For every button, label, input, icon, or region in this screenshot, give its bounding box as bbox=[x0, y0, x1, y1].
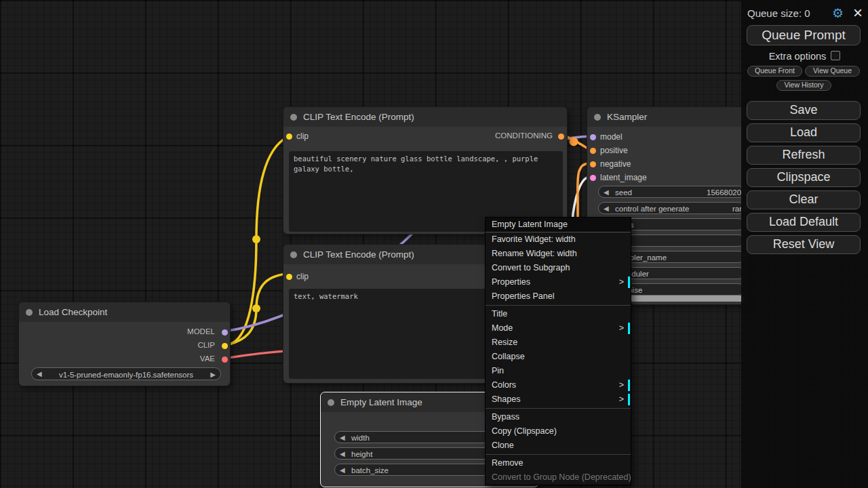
menu-separator bbox=[486, 454, 631, 455]
output-slot-conditioning[interactable] bbox=[558, 134, 564, 140]
decrement-icon[interactable]: ◀ bbox=[604, 204, 609, 214]
widget-label: batch_size bbox=[351, 466, 389, 476]
input-label-clip: clip bbox=[296, 131, 309, 141]
decrement-icon[interactable]: ◀ bbox=[340, 466, 345, 475]
combo-next-icon[interactable]: ▶ bbox=[210, 370, 216, 380]
menu-item-shapes[interactable]: Shapes > bbox=[486, 392, 631, 407]
seed-widget[interactable]: ◀ seed 1566802087 bbox=[598, 186, 745, 198]
queue-size-label: Queue size: 0 bbox=[747, 7, 810, 19]
queue-prompt-button[interactable]: Queue Prompt bbox=[747, 25, 861, 45]
output-slot-model[interactable] bbox=[222, 329, 228, 336]
node-title: KSampler bbox=[607, 112, 647, 122]
context-menu-title: Empty Latent Image bbox=[486, 218, 631, 232]
clipspace-button[interactable]: Clipspace bbox=[747, 168, 861, 187]
decrement-icon[interactable]: ◀ bbox=[604, 188, 609, 197]
menu-item-properties[interactable]: Properties > bbox=[486, 275, 631, 289]
menu-item-convert-to-subgraph[interactable]: Convert to Subgraph bbox=[486, 261, 631, 275]
close-icon[interactable]: × bbox=[853, 3, 863, 22]
extra-options-label: Extra options bbox=[769, 51, 827, 62]
submenu-arrow-icon: > bbox=[619, 321, 624, 336]
widget-label: seed bbox=[615, 188, 632, 198]
input-slot-positive[interactable] bbox=[590, 148, 596, 154]
menu-item-colors[interactable]: Colors > bbox=[486, 378, 631, 392]
input-label-negative: negative bbox=[600, 159, 631, 169]
output-label-vae: VAE bbox=[200, 354, 215, 363]
menu-item-title[interactable]: Title bbox=[486, 307, 631, 321]
collapse-dot-icon[interactable] bbox=[290, 114, 297, 121]
menu-item-resize[interactable]: Resize bbox=[486, 336, 631, 350]
widget-label: control after generate bbox=[615, 204, 689, 214]
input-slot-clip[interactable] bbox=[286, 134, 292, 140]
menu-item-collapse[interactable]: Collapse bbox=[486, 350, 631, 364]
save-button[interactable]: Save bbox=[747, 101, 861, 120]
ckpt-name-combo[interactable]: ◀ v1-5-pruned-emaonly-fp16.safetensors ▶ bbox=[31, 367, 221, 380]
input-slot-latent-image[interactable] bbox=[590, 175, 596, 181]
menu-item-rename-widget[interactable]: Rename Widget: width bbox=[486, 247, 631, 261]
node-header[interactable]: Load Checkpoint bbox=[19, 302, 230, 322]
submenu-arrow-icon: > bbox=[619, 275, 624, 289]
view-queue-button[interactable]: View Queue bbox=[805, 66, 860, 77]
view-history-button[interactable]: View History bbox=[776, 80, 831, 91]
input-label-model: model bbox=[600, 132, 623, 142]
load-button[interactable]: Load bbox=[747, 123, 861, 142]
menu-item-pin[interactable]: Pin bbox=[486, 364, 631, 378]
submenu-arrow-icon: > bbox=[619, 378, 624, 392]
menu-item-bypass[interactable]: Bypass bbox=[486, 410, 631, 424]
submenu-arrow-icon: > bbox=[619, 392, 624, 407]
node-title: Empty Latent Image bbox=[340, 397, 422, 407]
reset-view-button[interactable]: Reset View bbox=[747, 235, 861, 254]
extra-options-checkbox[interactable] bbox=[831, 51, 840, 60]
collapse-dot-icon[interactable] bbox=[328, 399, 334, 406]
input-label-positive: positive bbox=[600, 146, 628, 155]
menu-item-properties-panel[interactable]: Properties Panel bbox=[486, 289, 631, 304]
menu-item-favorite-widget[interactable]: Favorite Widget: width bbox=[486, 232, 631, 247]
output-slot-clip[interactable] bbox=[222, 343, 228, 349]
ckpt-name-value: v1-5-pruned-emaonly-fp16.safetensors bbox=[32, 370, 220, 380]
node-load-checkpoint[interactable]: Load Checkpoint MODEL CLIP VAE ◀ v1-5-pr… bbox=[18, 302, 231, 386]
submenu-accent-bar bbox=[628, 323, 630, 334]
node-title: Load Checkpoint bbox=[39, 307, 107, 317]
node-header[interactable]: KSampler bbox=[587, 107, 749, 127]
menu-item-copy-clipspace[interactable]: Copy (Clipspace) bbox=[486, 424, 631, 439]
output-label-conditioning: CONDITIONING bbox=[495, 131, 553, 140]
input-slot-model[interactable] bbox=[590, 134, 596, 140]
load-default-button[interactable]: Load Default bbox=[747, 213, 861, 232]
node-graph-canvas[interactable]: CLIP Text Encode (Prompt) clip CONDITION… bbox=[0, 0, 868, 488]
collapse-dot-icon[interactable] bbox=[26, 309, 33, 316]
input-label-latent-image: latent_image bbox=[600, 173, 647, 182]
submenu-accent-bar bbox=[628, 277, 630, 288]
output-label-model: MODEL bbox=[187, 327, 215, 336]
widget-label: width bbox=[351, 433, 370, 443]
widget-label: height bbox=[351, 449, 372, 460]
menu-separator bbox=[486, 408, 631, 409]
node-clip-text-encode-positive[interactable]: CLIP Text Encode (Prompt) clip CONDITION… bbox=[283, 106, 568, 235]
menu-item-convert-to-group-node: Convert to Group Node (Deprecated) bbox=[486, 470, 631, 485]
queue-panel: Queue size: 0 ⚙ × Queue Prompt Extra opt… bbox=[741, 0, 868, 488]
input-slot-clip[interactable] bbox=[286, 274, 292, 280]
menu-item-mode[interactable]: Mode > bbox=[486, 321, 631, 336]
refresh-button[interactable]: Refresh bbox=[747, 146, 861, 165]
decrement-icon[interactable]: ◀ bbox=[340, 449, 345, 459]
decrement-icon[interactable]: ◀ bbox=[340, 433, 345, 443]
submenu-accent-bar bbox=[628, 380, 630, 391]
menu-item-remove[interactable]: Remove bbox=[486, 456, 631, 470]
node-title: CLIP Text Encode (Prompt) bbox=[303, 112, 414, 122]
clear-button[interactable]: Clear bbox=[747, 190, 861, 209]
input-label-clip: clip bbox=[296, 272, 309, 281]
output-slot-vae[interactable] bbox=[222, 357, 228, 363]
node-header[interactable]: CLIP Text Encode (Prompt) bbox=[283, 107, 567, 127]
submenu-accent-bar bbox=[628, 394, 630, 405]
collapse-dot-icon[interactable] bbox=[594, 114, 601, 121]
gear-icon[interactable]: ⚙ bbox=[832, 5, 844, 21]
queue-front-button[interactable]: Queue Front bbox=[747, 66, 802, 77]
output-label-clip: CLIP bbox=[197, 341, 215, 349]
input-slot-negative[interactable] bbox=[590, 161, 596, 167]
menu-separator bbox=[486, 305, 631, 306]
node-title: CLIP Text Encode (Prompt) bbox=[303, 249, 414, 260]
node-context-menu: Empty Latent Image Favorite Widget: widt… bbox=[485, 217, 631, 485]
collapse-dot-icon[interactable] bbox=[290, 251, 297, 258]
menu-item-clone[interactable]: Clone bbox=[486, 439, 631, 453]
control-after-generate-widget[interactable]: ◀ control after generate randomize bbox=[598, 202, 745, 214]
